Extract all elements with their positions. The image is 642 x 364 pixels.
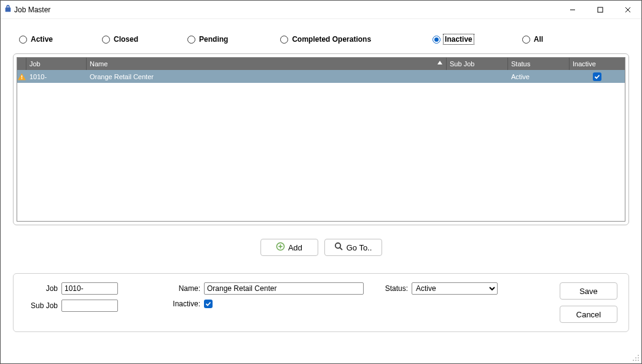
svg-rect-14 [633, 360, 634, 361]
filter-inactive-radio[interactable]: Inactive [433, 35, 473, 44]
inactive-checkbox[interactable] [204, 300, 213, 308]
subjob-label: Sub Job [25, 301, 61, 310]
form-panel: Job Sub Job Name: Inactive: [13, 273, 629, 332]
goto-button[interactable]: Go To.. [324, 239, 382, 256]
svg-rect-5 [22, 78, 22, 79]
resize-grip[interactable] [632, 354, 640, 362]
grid-body: 1010- Orange Retail Center Active [17, 70, 625, 221]
svg-rect-13 [638, 357, 639, 358]
checkbox-checked-icon [593, 72, 601, 81]
name-input[interactable] [204, 282, 364, 295]
window-close-button[interactable] [614, 1, 641, 19]
middle-buttons: Add Go To.. [1, 239, 641, 256]
svg-rect-16 [638, 360, 639, 361]
grid-header-job[interactable]: Job [26, 58, 87, 70]
job-input[interactable] [61, 282, 118, 295]
grid-header-spacer [17, 58, 26, 70]
warning-icon [18, 73, 26, 80]
titlebar: Job Master [1, 1, 641, 19]
window-minimize-button[interactable] [558, 1, 586, 19]
add-icon [276, 242, 285, 253]
add-button[interactable]: Add [260, 239, 318, 256]
window-title: Job Master [12, 6, 50, 14]
status-select[interactable]: Active [412, 282, 498, 295]
filter-completed-radio[interactable]: Completed Operations [280, 35, 371, 44]
window: Job Master Active Closed Pending Complet… [0, 0, 642, 364]
svg-line-3 [625, 7, 630, 12]
cell-status: Active [508, 73, 570, 80]
window-maximize-button[interactable] [586, 1, 614, 19]
job-label: Job [25, 284, 61, 293]
svg-point-9 [335, 243, 340, 248]
lock-icon [4, 4, 12, 15]
svg-rect-15 [635, 360, 636, 361]
grid-panel: Job Name Sub Job Status Inactive 1010- [13, 53, 629, 225]
filter-pending-radio[interactable]: Pending [187, 35, 228, 44]
filter-all-radio[interactable]: All [522, 35, 543, 44]
cancel-button[interactable]: Cancel [560, 306, 617, 323]
svg-rect-11 [638, 355, 639, 356]
grid-header-status[interactable]: Status [508, 58, 570, 70]
table-row[interactable]: 1010- Orange Retail Center Active [17, 70, 625, 83]
grid-header-inactive[interactable]: Inactive [570, 58, 625, 70]
svg-rect-12 [635, 357, 636, 358]
svg-rect-1 [598, 7, 603, 12]
cell-job: 1010- [26, 73, 87, 80]
grid-header-name[interactable]: Name [87, 58, 447, 70]
inactive-label: Inactive: [171, 300, 204, 308]
filter-bar: Active Closed Pending Completed Operatio… [1, 19, 641, 50]
subjob-input[interactable] [61, 300, 118, 312]
filter-closed-radio[interactable]: Closed [102, 35, 138, 44]
save-button[interactable]: Save [560, 282, 617, 300]
cell-inactive [570, 72, 625, 81]
grid-header: Job Name Sub Job Status Inactive [17, 58, 625, 70]
grid-header-subjob[interactable]: Sub Job [447, 58, 508, 70]
sort-ascending-icon [437, 61, 442, 64]
status-label: Status: [378, 284, 412, 293]
name-label: Name: [171, 284, 204, 293]
svg-rect-4 [22, 75, 22, 77]
svg-line-10 [340, 247, 342, 250]
filter-active-radio[interactable]: Active [19, 35, 53, 44]
search-icon [334, 242, 343, 253]
svg-line-2 [625, 7, 630, 12]
cell-name: Orange Retail Center [87, 73, 447, 80]
